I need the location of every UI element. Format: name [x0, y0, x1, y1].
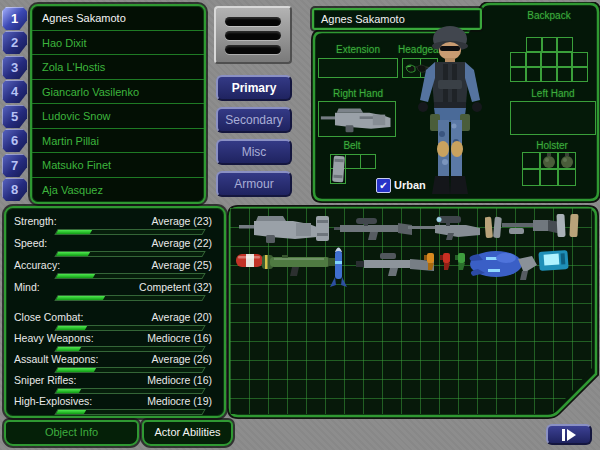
grille-slot	[225, 17, 281, 26]
flare-grenade-orange[interactable]	[424, 252, 437, 271]
tab-object-info[interactable]: Object Info	[4, 420, 139, 446]
roster-row[interactable]: Ludovic Snow	[32, 104, 204, 129]
roster-badge-7[interactable]: 7	[2, 154, 27, 177]
belt-cell[interactable]	[345, 154, 361, 169]
stat-row: Accuracy: Average (25)	[14, 259, 212, 271]
stat-bar	[54, 295, 205, 301]
flare-grenade-red[interactable]	[440, 252, 453, 271]
grenade-icon[interactable]	[541, 153, 557, 168]
canister-grenade[interactable]	[236, 252, 263, 269]
stat-label: Assault Weapons:	[14, 353, 98, 365]
roster-row[interactable]: Giancarlo Vasilenko	[32, 80, 204, 105]
roster-row[interactable]: Aja Vasquez	[32, 178, 204, 203]
roster-badge-1[interactable]: 1	[2, 7, 27, 30]
backpack-cell[interactable]	[572, 67, 588, 82]
stat-label: High-Explosives:	[14, 395, 92, 407]
stat-row: Heavy Weapons: Mediocre (16)	[14, 332, 212, 344]
tab-actor-abilities[interactable]: Actor Abilities	[142, 420, 233, 446]
ammo-magazine[interactable]	[314, 215, 331, 242]
stat-label: Mind:	[14, 281, 40, 293]
roster-row[interactable]: Hao Dixit	[32, 31, 204, 56]
holster-cell[interactable]	[522, 152, 540, 169]
backpack-grid-top[interactable]	[526, 37, 573, 52]
rocket-launcher[interactable]	[262, 249, 338, 279]
left-hand-label: Left Hand	[510, 88, 596, 99]
squad-equipment-screen: 1 2 3 4 5 6 7 8 Agnes Sakamoto Hao Dixit…	[0, 0, 600, 450]
roster-row[interactable]: Martin Pillai	[32, 129, 204, 154]
backpack-cell[interactable]	[526, 52, 542, 67]
stat-value: Average (23)	[151, 215, 212, 227]
stat-label: Heavy Weapons:	[14, 332, 94, 344]
tab-primary[interactable]: Primary	[216, 75, 292, 101]
right-hand-slot[interactable]	[318, 101, 396, 137]
bullpup-rifle-icon[interactable]	[320, 103, 394, 135]
scoped-assault-rifle[interactable]	[334, 215, 414, 241]
step-forward-icon	[561, 429, 577, 441]
backpack-cell[interactable]	[542, 37, 558, 52]
ammo-clips[interactable]	[556, 213, 580, 238]
backpack-cell[interactable]	[541, 52, 557, 67]
backpack-cell[interactable]	[557, 37, 573, 52]
stat-label: Strength:	[14, 215, 57, 227]
stat-value: Mediocre (16)	[147, 374, 212, 386]
roster-badge-4[interactable]: 4	[2, 80, 27, 103]
holster-cell[interactable]	[558, 169, 576, 186]
backpack-cell[interactable]	[526, 67, 542, 82]
stat-value: Mediocre (16)	[147, 332, 212, 344]
backpack-cell[interactable]	[526, 37, 542, 52]
ammo-magazine-icon[interactable]	[331, 155, 346, 183]
stat-label: Speed:	[14, 237, 47, 249]
holster-cell[interactable]	[540, 169, 558, 186]
left-hand-slot[interactable]	[510, 101, 596, 135]
urban-camo-checkbox[interactable]: ✔	[376, 178, 391, 193]
backpack-cell[interactable]	[572, 52, 588, 67]
magazine-pair[interactable]	[485, 215, 502, 240]
backpack-cell[interactable]	[557, 67, 573, 82]
roster-badge-6[interactable]: 6	[2, 129, 27, 152]
roster-row[interactable]: Agnes Sakamoto	[32, 6, 204, 31]
stat-value: Average (20)	[151, 311, 212, 323]
tab-armour[interactable]: Armour	[216, 171, 292, 197]
backpack-label: Backpack	[500, 10, 598, 21]
stat-label: Accuracy:	[14, 259, 60, 271]
next-soldier-button[interactable]	[546, 424, 592, 445]
stat-bar	[54, 325, 205, 331]
stat-bar	[54, 388, 205, 394]
backpack-cell[interactable]	[510, 67, 526, 82]
right-hand-label: Right Hand	[318, 88, 398, 99]
vent-grille-icon	[214, 6, 292, 64]
grenade-icon[interactable]	[559, 153, 575, 168]
alien-blaster[interactable]	[466, 245, 538, 285]
belt-cell[interactable]	[360, 154, 376, 169]
roster-panel: Agnes Sakamoto Hao Dixit Zola L'Hostis G…	[30, 4, 206, 204]
holster-grid[interactable]	[522, 152, 576, 186]
backpack-cell[interactable]	[510, 52, 526, 67]
stat-row: Assault Weapons: Average (26)	[14, 353, 212, 365]
stat-value: Average (22)	[151, 237, 212, 249]
stat-bar	[54, 229, 205, 235]
holster-cell[interactable]	[540, 152, 558, 169]
power-cell[interactable]	[538, 250, 569, 271]
extension-slot[interactable]	[318, 58, 398, 78]
roster-badge-3[interactable]: 3	[2, 56, 27, 79]
stat-label: Sniper Rifles:	[14, 374, 76, 386]
character-model[interactable]	[402, 22, 498, 202]
holster-label: Holster	[512, 140, 592, 151]
holster-cell[interactable]	[558, 152, 576, 169]
tab-secondary[interactable]: Secondary	[216, 107, 292, 133]
blue-missile[interactable]	[330, 243, 347, 289]
roster-row[interactable]: Matsuko Finet	[32, 153, 204, 178]
combat-shotgun[interactable]	[502, 213, 562, 240]
stat-row: Strength: Average (23)	[14, 215, 212, 227]
sniper-rifle[interactable]	[408, 212, 484, 241]
roster-badge-5[interactable]: 5	[2, 105, 27, 128]
roster-badge-2[interactable]: 2	[2, 31, 27, 54]
roster-row[interactable]: Zola L'Hostis	[32, 55, 204, 80]
backpack-cell[interactable]	[541, 67, 557, 82]
backpack-cell[interactable]	[557, 52, 573, 67]
roster-badge-8[interactable]: 8	[2, 178, 27, 201]
bullpup-assault-rifle[interactable]	[238, 212, 322, 244]
backpack-grid[interactable]	[510, 52, 588, 82]
holster-cell[interactable]	[522, 169, 540, 186]
tab-misc[interactable]: Misc	[216, 139, 292, 165]
